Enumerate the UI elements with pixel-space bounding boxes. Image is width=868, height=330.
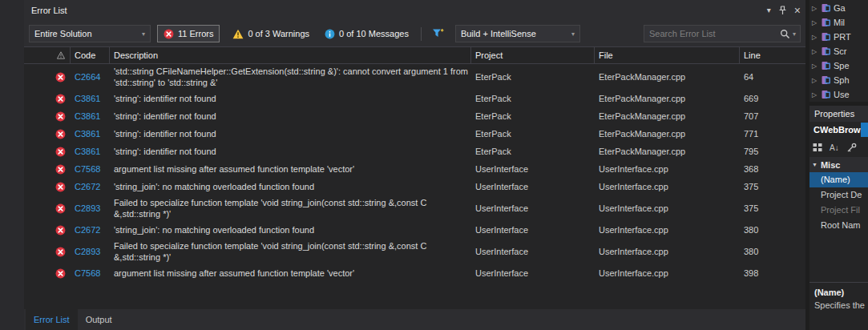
error-list-toolbar: Entire Solution ▾ 11 Errors 0 of 3 Warni…: [24, 21, 805, 46]
error-project: UserInterface: [471, 225, 595, 235]
search-icon[interactable]: [780, 29, 790, 39]
solution-tree-item[interactable]: ▷Use: [809, 87, 868, 102]
solution-tree-item[interactable]: ▷Scr: [809, 44, 868, 58]
expand-arrow-icon[interactable]: ▷: [812, 19, 819, 26]
error-code-link[interactable]: C7568: [71, 268, 110, 278]
project-column-header[interactable]: Project: [471, 47, 595, 63]
property-row[interactable]: (Name): [809, 172, 868, 187]
error-code-link[interactable]: C2672: [71, 225, 110, 235]
properties-panel-title: Properties: [809, 106, 868, 122]
property-row[interactable]: Root Nam: [809, 218, 868, 233]
error-row[interactable]: C2664'std::string CFileNameHelper::GetEx…: [24, 64, 805, 90]
error-code-link[interactable]: C2893: [71, 203, 110, 213]
scope-dropdown[interactable]: Entire Solution ▾: [29, 25, 151, 42]
error-project: EterPack: [471, 72, 595, 82]
severity-cell: [24, 247, 71, 257]
error-project: UserInterface: [471, 164, 595, 174]
error-code-link[interactable]: C3861: [71, 94, 110, 103]
error-line: 795: [740, 147, 805, 156]
expand-arrow-icon[interactable]: ▷: [812, 34, 819, 41]
property-category-misc[interactable]: ▼ Misc: [809, 157, 868, 172]
property-row[interactable]: Project Fil: [809, 203, 868, 218]
error-code-link[interactable]: C2664: [71, 72, 110, 82]
properties-object-combo[interactable]: CWebBrows: [809, 122, 868, 138]
errors-toggle-button[interactable]: 11 Errors: [157, 25, 220, 42]
property-row[interactable]: Project De: [809, 187, 868, 203]
search-options-chevron-icon[interactable]: ▾: [793, 30, 796, 38]
line-column-header[interactable]: Line: [740, 47, 805, 63]
properties-toolbar: A↓: [809, 138, 868, 157]
filter-button[interactable]: [428, 25, 449, 42]
error-code-link[interactable]: C3861: [71, 111, 110, 121]
expand-arrow-icon[interactable]: ▷: [812, 5, 819, 12]
error-line: 380: [740, 247, 805, 256]
file-icon: [822, 75, 831, 85]
expand-arrow-icon[interactable]: ▷: [812, 91, 819, 99]
error-project: UserInterface: [471, 203, 595, 213]
expand-arrow-icon[interactable]: ▷: [812, 48, 819, 55]
window-menu-chevron-icon[interactable]: ▾: [767, 6, 771, 14]
solution-tree-item[interactable]: ▷PRT: [809, 30, 868, 44]
error-line: 398: [740, 268, 805, 278]
search-input[interactable]: [644, 29, 780, 38]
messages-toggle-button[interactable]: 0 of 10 Messages: [319, 25, 414, 42]
error-line: 707: [740, 111, 805, 121]
error-code-link[interactable]: C3861: [71, 147, 110, 156]
description-column-header[interactable]: Description: [110, 47, 471, 63]
pin-icon[interactable]: [778, 6, 787, 15]
error-icon: [55, 225, 66, 235]
error-code-link[interactable]: C2672: [71, 182, 110, 191]
severity-column-icon: [57, 51, 65, 59]
solution-tree-item[interactable]: ▷Mil: [809, 15, 868, 30]
error-file: EterPackManager.cpp: [595, 111, 740, 121]
tree-item-label: Scr: [834, 46, 847, 56]
error-description: argument list missing after assumed func…: [110, 268, 471, 279]
error-row[interactable]: C3861'string': identifier not foundEterP…: [24, 90, 805, 107]
error-description: 'string': identifier not found: [110, 111, 471, 122]
error-project: EterPack: [471, 147, 595, 156]
error-row[interactable]: C3861'string': identifier not foundEterP…: [24, 143, 805, 160]
error-description: 'std::string CFileNameHelper::GetExtensi…: [110, 66, 471, 88]
close-icon[interactable]: ×: [794, 5, 801, 16]
error-file: UserInterface.cpp: [595, 203, 740, 213]
build-filter-dropdown[interactable]: Build + IntelliSense ▾: [455, 25, 580, 42]
editor-margin: [0, 0, 24, 330]
error-row[interactable]: C3861'string': identifier not foundEterP…: [24, 125, 805, 143]
error-code-link[interactable]: C2893: [71, 247, 110, 256]
tab-output[interactable]: Output: [78, 309, 120, 330]
error-icon: [55, 247, 66, 257]
solution-tree-item[interactable]: ▷Ga: [809, 1, 868, 15]
severity-cell: [24, 225, 71, 235]
expand-arrow-icon[interactable]: ▷: [812, 77, 819, 84]
chevron-down-icon: ▾: [137, 30, 145, 38]
solution-tree-item[interactable]: ▷Sph: [809, 73, 868, 87]
error-code-link[interactable]: C7568: [71, 164, 110, 174]
error-row[interactable]: C2893Failed to specialize function templ…: [24, 195, 805, 221]
error-row[interactable]: C3861'string': identifier not foundEterP…: [24, 107, 805, 125]
severity-column-header[interactable]: [24, 47, 71, 63]
solution-tree-item[interactable]: ▷Spe: [809, 58, 868, 73]
warning-icon: [232, 29, 244, 39]
error-line: 380: [740, 225, 805, 235]
category-expander-icon[interactable]: ▼: [812, 162, 818, 167]
right-dock: ▷Ga▷Mil▷PRT▷Scr▷Spe▷Sph▷Use Properties C…: [809, 0, 868, 330]
error-row[interactable]: C7568argument list missing after assumed…: [24, 264, 805, 282]
error-grid-body: C2664'std::string CFileNameHelper::GetEx…: [24, 64, 805, 309]
sort-alphabetical-icon[interactable]: A↓: [830, 143, 839, 152]
warnings-toggle-button[interactable]: 0 of 3 Warnings: [227, 25, 315, 42]
severity-cell: [24, 129, 71, 139]
object-dropdown-button[interactable]: [861, 123, 868, 137]
code-column-header[interactable]: Code: [71, 47, 110, 63]
file-column-header[interactable]: File: [595, 47, 740, 63]
error-icon: [164, 29, 174, 39]
error-code-link[interactable]: C3861: [71, 129, 110, 139]
categorized-icon[interactable]: [813, 143, 822, 152]
tab-error-list[interactable]: Error List: [26, 309, 78, 330]
error-line: 368: [740, 164, 805, 174]
error-row[interactable]: C2672'string_join': no matching overload…: [24, 221, 805, 239]
error-row[interactable]: C7568argument list missing after assumed…: [24, 160, 805, 178]
error-row[interactable]: C2893Failed to specialize function templ…: [24, 239, 805, 264]
property-pages-icon[interactable]: [846, 143, 857, 153]
expand-arrow-icon[interactable]: ▷: [812, 62, 819, 70]
error-row[interactable]: C2672'string_join': no matching overload…: [24, 178, 805, 195]
